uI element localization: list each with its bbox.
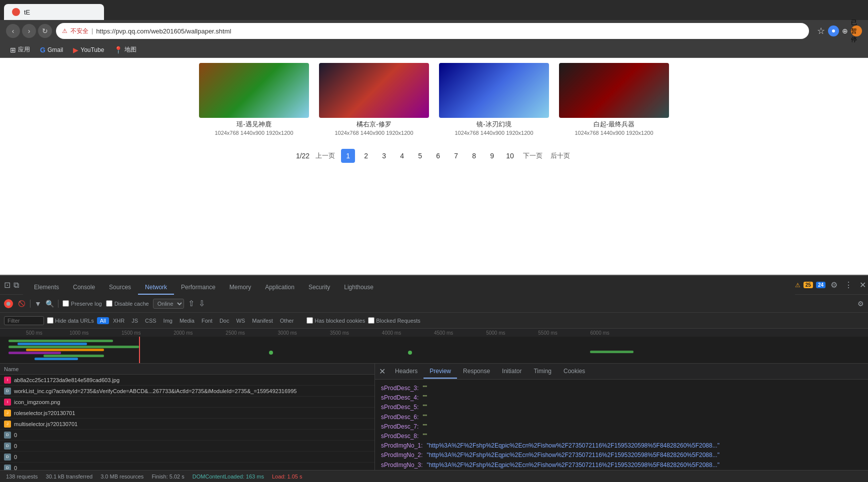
page-prev[interactable]: 上一页: [314, 151, 337, 160]
page-2[interactable]: 2: [359, 149, 373, 163]
user-avatar[interactable]: 已暂停: [851, 25, 862, 36]
detail-tab-cookies[interactable]: Cookies: [558, 365, 591, 379]
filter-js[interactable]: JS: [128, 317, 141, 324]
filter-ws[interactable]: WS: [233, 317, 248, 324]
network-row-1[interactable]: I ab8a2cc25c11723da9e814e589cad603.jpg: [0, 375, 374, 386]
page-4[interactable]: 4: [395, 149, 409, 163]
network-row-4[interactable]: J roleselector.js?20130701: [0, 408, 374, 419]
star-icon[interactable]: ☆: [817, 25, 825, 36]
has-blocked-cookies-checkbox[interactable]: [306, 317, 313, 324]
filter-img[interactable]: Img: [160, 317, 176, 324]
json-val-8: "http%3A%2F%2Fshp%2Eqpic%2Ecn%2Fishow%2F…: [426, 451, 720, 460]
tab-console[interactable]: Console: [66, 281, 102, 295]
status-resources: 3.0 MB resources: [100, 474, 144, 480]
preserve-log-checkbox[interactable]: [62, 300, 69, 307]
tab-security[interactable]: Security: [302, 281, 337, 295]
bookmark-apps[interactable]: ⊞ 应用: [6, 44, 34, 55]
wallpaper-image-2: [319, 63, 429, 118]
page-3[interactable]: 3: [377, 149, 391, 163]
settings-icon[interactable]: ⚙: [828, 280, 840, 290]
bookmark-youtube[interactable]: ▶ YouTube: [69, 45, 108, 55]
filter-css[interactable]: CSS: [142, 317, 160, 324]
filter-manifest[interactable]: Manifest: [249, 317, 276, 324]
filter-doc[interactable]: Doc: [216, 317, 232, 324]
wallpaper-item-3[interactable]: 镜-冰刃幻境 1024x768 1440x900 1920x1200: [439, 63, 549, 136]
url-bar[interactable]: ⚠ 不安全 | https://pvp.qq.com/web201605/wal…: [56, 23, 809, 39]
detail-tab-initiator[interactable]: Initiator: [496, 365, 528, 379]
right-spacer: ⚙: [858, 299, 864, 308]
page-7[interactable]: 7: [449, 149, 463, 163]
page-1[interactable]: 1: [341, 149, 355, 163]
svg-point-1: [832, 29, 835, 32]
network-row-7[interactable]: D 0: [0, 441, 374, 452]
tab-network[interactable]: Network: [138, 281, 174, 295]
page-8[interactable]: 8: [467, 149, 481, 163]
close-devtools-icon[interactable]: ✕: [858, 280, 868, 290]
filter-xhr[interactable]: XHR: [110, 317, 128, 324]
warning-icon: ⚠: [795, 282, 800, 289]
filter-input[interactable]: [4, 316, 44, 325]
chrome-icon[interactable]: [828, 25, 839, 36]
upload-icon[interactable]: ⇧: [188, 299, 194, 308]
row-icon-5: J: [4, 421, 11, 428]
json-val-9: "http%3A%2F%2Fshp%2Eqpic%2Ecn%2Fishow%2F…: [426, 461, 720, 470]
devtools-element-picker[interactable]: ⊡: [4, 280, 10, 290]
blocked-requests-checkbox[interactable]: [368, 317, 374, 324]
details-close-button[interactable]: ✕: [375, 365, 389, 379]
row-icon-7: D: [4, 443, 11, 450]
page-6[interactable]: 6: [431, 149, 445, 163]
page-last-ten[interactable]: 后十页: [548, 151, 572, 160]
clear-button[interactable]: 🚫: [17, 299, 26, 308]
browser-tab[interactable]: tE: [4, 4, 104, 20]
filter-other[interactable]: Other: [277, 317, 297, 324]
tab-application[interactable]: Application: [258, 281, 302, 295]
back-button[interactable]: ‹: [6, 24, 20, 38]
network-row-3[interactable]: I icon_imgzoom.png: [0, 397, 374, 408]
bookmark-gmail[interactable]: G Gmail: [36, 45, 67, 55]
network-row-8[interactable]: D 0: [0, 452, 374, 463]
detail-tab-preview[interactable]: Preview: [424, 365, 457, 379]
filter-all[interactable]: All: [97, 317, 109, 324]
search-icon[interactable]: 🔍: [46, 300, 54, 308]
detail-tab-timing[interactable]: Timing: [528, 365, 558, 379]
page-5[interactable]: 5: [413, 149, 427, 163]
wallpaper-item-4[interactable]: 白起-最终兵器 1024x768 1440x900 1920x1200: [559, 63, 669, 136]
wallpaper-item-1[interactable]: 瑶-遇见神鹿 1024x768 1440x900 1920x1200: [199, 63, 309, 136]
tab-memory[interactable]: Memory: [222, 281, 258, 295]
page-next[interactable]: 下一页: [521, 151, 544, 160]
network-row-2[interactable]: D workList_inc.cgi?activityId=2735&sVeri…: [0, 386, 374, 397]
timeline-area: 500 ms 1000 ms 1500 ms 2000 ms 2500 ms 3…: [0, 329, 868, 364]
network-row-5[interactable]: J multiselector.js?20130701: [0, 419, 374, 430]
settings-gear-icon[interactable]: ⚙: [858, 300, 864, 308]
disable-cache-checkbox[interactable]: [106, 300, 112, 307]
hide-data-urls-checkbox[interactable]: [47, 317, 54, 324]
record-button[interactable]: ⏺: [4, 299, 13, 308]
detail-tab-response[interactable]: Response: [457, 365, 496, 379]
json-val-3: "": [422, 403, 427, 412]
extension-icon[interactable]: ⊕: [842, 27, 848, 35]
filter-icon[interactable]: ▼: [34, 300, 42, 308]
more-options-icon[interactable]: ⋮: [842, 280, 854, 290]
reload-button[interactable]: ↻: [38, 24, 52, 38]
tab-elements[interactable]: Elements: [27, 281, 66, 295]
filter-media[interactable]: Media: [176, 317, 198, 324]
forward-button[interactable]: ›: [22, 24, 36, 38]
has-blocked-cookies-text: Has blocked cookies: [314, 318, 365, 324]
bookmark-maps[interactable]: 📍 地图: [110, 44, 140, 55]
filter-font[interactable]: Font: [198, 317, 216, 324]
gmail-label: Gmail: [48, 46, 63, 53]
network-row-6[interactable]: D 0: [0, 430, 374, 441]
detail-tab-headers[interactable]: Headers: [389, 365, 424, 379]
tab-favicon: [12, 8, 20, 16]
throttle-select[interactable]: Online: [153, 299, 184, 309]
tab-sources[interactable]: Sources: [102, 281, 138, 295]
page-10[interactable]: 10: [503, 149, 517, 163]
tab-lighthouse[interactable]: Lighthouse: [337, 281, 380, 295]
tl-bar-8: [590, 351, 634, 353]
wallpaper-item-2[interactable]: 橘右京-修罗 1024x768 1440x900 1920x1200: [319, 63, 429, 136]
download-icon[interactable]: ⇩: [198, 299, 205, 308]
page-9[interactable]: 9: [485, 149, 499, 163]
devtools-device-toggle[interactable]: ⧉: [14, 281, 19, 290]
tab-performance[interactable]: Performance: [174, 281, 222, 295]
network-row-9[interactable]: D 0: [0, 463, 374, 470]
